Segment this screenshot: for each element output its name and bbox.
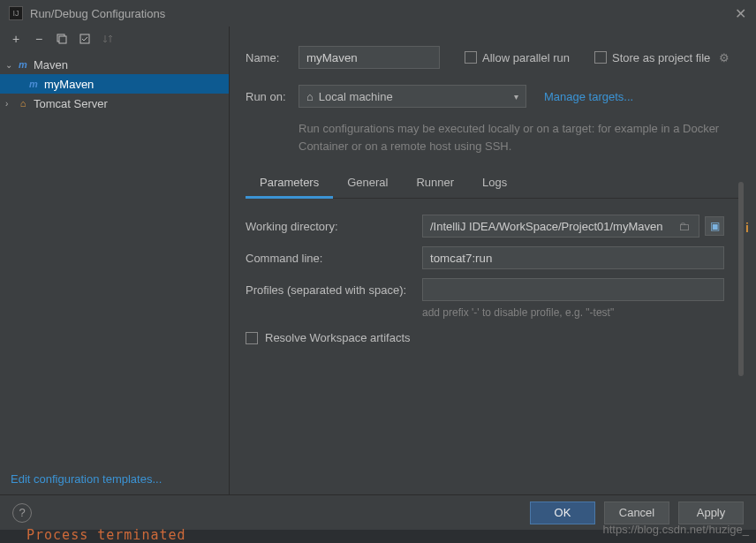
tree-item-tomcat[interactable]: › ⌂ Tomcat Server <box>0 94 229 113</box>
profiles-row: Profiles (separated with space): <box>246 278 724 301</box>
name-input[interactable] <box>299 46 440 69</box>
maven-icon: m <box>26 78 41 90</box>
maven-icon: m <box>16 58 30 71</box>
config-toolbar: + − <box>0 26 229 51</box>
store-project-checkbox[interactable] <box>594 51 607 64</box>
name-label: Name: <box>246 51 299 64</box>
working-dir-label: Working directory: <box>246 220 422 233</box>
store-project-label: Store as project file <box>612 51 710 64</box>
manage-targets-link[interactable]: Manage targets... <box>544 90 633 103</box>
titlebar: IJ Run/Debug Configurations ✕ <box>0 0 756 26</box>
gear-icon[interactable]: ⚙ <box>719 51 730 64</box>
add-config-button[interactable]: + <box>9 32 23 46</box>
save-config-button[interactable] <box>78 32 92 46</box>
tab-parameters[interactable]: Parameters <box>246 170 333 199</box>
chevron-right-icon: › <box>5 99 16 109</box>
svg-rect-1 <box>59 36 66 43</box>
resolve-artifacts-label: Resolve Workspace artifacts <box>265 331 411 344</box>
insert-macro-button[interactable]: ▣ <box>705 216 724 236</box>
resolve-row: Resolve Workspace artifacts <box>246 331 724 344</box>
watermark: https://blog.csdn.net/huzige_ <box>602 523 749 536</box>
app-icon: IJ <box>9 6 23 20</box>
help-button[interactable]: ? <box>12 503 32 523</box>
tab-content: Working directory: /IntelliJ IDEA/WorkSp… <box>230 199 756 344</box>
run-on-row: Run on: ⌂ Local machine ▾ Manage targets… <box>230 81 756 111</box>
working-dir-value: /IntelliJ IDEA/WorkSpace/Project01/myMav… <box>430 220 676 233</box>
left-footer: Edit configuration templates... <box>0 464 229 494</box>
allow-parallel-wrap: Allow parallel run <box>465 51 570 64</box>
profiles-label: Profiles (separated with space): <box>246 283 422 297</box>
folder-icon[interactable]: 🗀 <box>676 220 692 233</box>
tree-label: myMaven <box>44 78 94 91</box>
sort-config-button[interactable] <box>101 32 115 46</box>
tree-item-maven[interactable]: ⌄ m Maven <box>0 55 229 74</box>
left-pane: + − ⌄ m Maven m <box>0 26 230 494</box>
run-on-value: Local machine <box>319 90 393 103</box>
run-on-dropdown[interactable]: ⌂ Local machine ▾ <box>299 85 526 108</box>
tab-general[interactable]: General <box>333 170 402 198</box>
tree-label: Maven <box>34 58 68 72</box>
chevron-down-icon: ⌄ <box>5 60 16 70</box>
tree-item-mymaven[interactable]: m myMaven <box>0 74 229 94</box>
svg-rect-2 <box>80 34 89 43</box>
scrollbar[interactable] <box>738 182 744 376</box>
name-row: Name: Allow parallel run Store as projec… <box>230 42 756 72</box>
tabs: Parameters General Runner Logs <box>246 170 740 199</box>
dialog: IJ Run/Debug Configurations ✕ + − ⌄ <box>0 0 756 530</box>
chevron-down-icon: ▾ <box>514 92 518 102</box>
home-icon: ⌂ <box>306 90 314 103</box>
cancel-button[interactable]: Cancel <box>604 502 669 524</box>
profiles-hint: add prefix '-' to disable profile, e.g. … <box>422 306 724 319</box>
copy-config-button[interactable] <box>55 32 69 46</box>
config-tree: ⌄ m Maven m myMaven › ⌂ Tomcat Server <box>0 51 229 464</box>
right-pane: Name: Allow parallel run Store as projec… <box>230 26 756 494</box>
working-dir-row: Working directory: /IntelliJ IDEA/WorkSp… <box>246 215 724 238</box>
rail-marker: i <box>745 221 749 235</box>
main-area: + − ⌄ m Maven m <box>0 26 756 494</box>
window-title: Run/Debug Configurations <box>30 7 733 20</box>
run-on-label: Run on: <box>246 90 299 103</box>
close-icon[interactable]: ✕ <box>733 6 747 20</box>
command-line-row: Command line: <box>246 246 724 269</box>
remove-config-button[interactable]: − <box>32 32 46 46</box>
apply-button[interactable]: Apply <box>678 502 744 524</box>
ok-button[interactable]: OK <box>530 502 595 524</box>
tree-label: Tomcat Server <box>34 97 108 110</box>
tomcat-icon: ⌂ <box>16 97 30 109</box>
command-line-input[interactable] <box>422 246 724 269</box>
run-on-hint: Run configurations may be executed local… <box>230 120 756 155</box>
edit-templates-link[interactable]: Edit configuration templates... <box>11 472 162 486</box>
allow-parallel-label: Allow parallel run <box>482 51 570 64</box>
resolve-artifacts-checkbox[interactable] <box>246 332 258 344</box>
store-project-wrap: Store as project file ⚙ <box>594 51 730 64</box>
profiles-input[interactable] <box>422 278 724 301</box>
tab-logs[interactable]: Logs <box>468 170 521 198</box>
command-line-label: Command line: <box>246 252 422 265</box>
working-dir-input[interactable]: /IntelliJ IDEA/WorkSpace/Project01/myMav… <box>422 215 699 238</box>
allow-parallel-checkbox[interactable] <box>465 51 477 64</box>
tab-runner[interactable]: Runner <box>402 170 468 198</box>
